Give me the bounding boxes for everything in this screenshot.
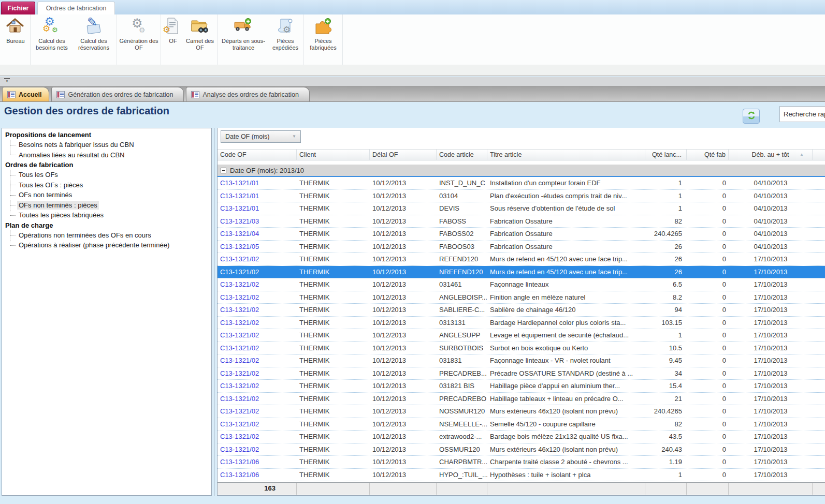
sidebar-item-operations-a-realiser-phase-precedente-terminee[interactable]: Opérations à réaliser (phase précédente … xyxy=(2,240,211,250)
of-link[interactable]: C13-1321/02 xyxy=(220,293,259,301)
ribbon-button-pieces-expediees[interactable]: ⚙Pièces expédiées xyxy=(268,14,302,51)
column-header-client[interactable]: Client xyxy=(297,150,370,160)
of-link[interactable]: C13-1321/02 xyxy=(220,306,259,314)
table-row[interactable]: C13-1321/02THERMIK10/12/2013SURBOTBOISSu… xyxy=(218,342,825,355)
ribbon-button-departs-en-sous-traitance[interactable]: Départs en sous-traitance xyxy=(219,14,268,51)
of-link[interactable]: C13-1321/02 xyxy=(220,369,259,377)
row-filler xyxy=(813,443,825,456)
table-row[interactable]: C13-1321/01THERMIK10/12/2013INST_D_UN_CI… xyxy=(218,177,825,190)
collapse-group-icon[interactable] xyxy=(221,168,226,173)
of-link[interactable]: C13-1321/06 xyxy=(220,471,259,479)
of-link[interactable]: C13-1321/02 xyxy=(220,420,259,428)
of-link[interactable]: C13-1321/01 xyxy=(220,179,259,187)
table-row[interactable]: C13-1321/02THERMIK10/12/2013NREFEND120Mu… xyxy=(218,266,825,279)
table-row[interactable]: C13-1321/02THERMIK10/12/2013031831Façonn… xyxy=(218,354,825,367)
of-link[interactable]: C13-1321/06 xyxy=(220,458,259,466)
of-link[interactable]: C13-1321/02 xyxy=(220,446,259,453)
table-row[interactable]: C13-1321/03THERMIK10/12/2013FABOSSFabric… xyxy=(218,215,825,228)
sidebar-item-tous-les-ofs[interactable]: Tous les OFs xyxy=(2,170,211,180)
of-link[interactable]: C13-1321/02 xyxy=(220,331,259,339)
table-row[interactable]: C13-1321/01THERMIK10/12/201303104Plan d'… xyxy=(218,190,825,203)
table-row[interactable]: C13-1321/02THERMIK10/12/2013031821 BISHa… xyxy=(218,380,825,393)
group-by-field-button[interactable]: Date OF (mois) ▼ xyxy=(221,130,301,143)
ribbon-button-calcul-des-besoins-nets[interactable]: ⚙⚙⚙Calcul des besoins nets xyxy=(32,14,72,51)
table-row[interactable]: C13-1321/02THERMIK10/12/2013SABLIERE-C..… xyxy=(218,304,825,317)
panel-splitter[interactable] xyxy=(214,128,214,496)
of-code-cell: C13-1321/02 xyxy=(218,266,297,278)
ribbon-button-generation-des-of[interactable]: ⚙⚙Génération des OF xyxy=(118,14,160,51)
qty-made-cell: 0 xyxy=(687,241,729,253)
table-row[interactable]: C13-1321/02THERMIK10/12/20130313131Barda… xyxy=(218,317,825,330)
column-header-qte-fab[interactable]: Qté fab xyxy=(687,150,729,160)
tab-analyse-des-ordres-de-fabrication[interactable]: Analyse des ordres de fabrication xyxy=(186,87,310,101)
of-link[interactable]: C13-1321/02 xyxy=(220,407,259,415)
sidebar-item-ofs-non-termines-pieces[interactable]: OFs non terminés : pièces xyxy=(2,200,211,211)
table-row[interactable]: C13-1321/06THERMIK10/12/2013HYPO_:TUIL_.… xyxy=(218,469,825,482)
ribbon-button-bureau[interactable]: Bureau xyxy=(2,14,29,45)
sidebar-item-label: Toutes les pièces fabriquées xyxy=(17,211,105,219)
table-row[interactable]: C13-1321/05THERMIK10/12/2013FABOOS03Fabr… xyxy=(218,241,825,254)
of-link[interactable]: C13-1321/01 xyxy=(220,192,259,200)
of-link[interactable]: C13-1321/02 xyxy=(220,382,259,390)
column-header-deb-au-tot[interactable]: Déb. au + tôt▲ xyxy=(729,150,813,160)
refresh-button[interactable] xyxy=(743,109,760,124)
table-row[interactable]: C13-1321/02THERMIK10/12/2013NOSSMUR120Mu… xyxy=(218,405,825,418)
ribbon-button-calcul-des-reservations[interactable]: ✎Calcul des réservations xyxy=(72,14,115,51)
column-header-code-of[interactable]: Code OF xyxy=(218,150,297,160)
article-code-cell: FABOSS xyxy=(437,215,487,228)
column-header-delai-of[interactable]: Délai OF xyxy=(370,150,437,160)
ribbon-button-carnet-des-of[interactable]: Carnet des OF xyxy=(184,14,216,51)
of-link[interactable]: C13-1321/02 xyxy=(220,280,259,288)
of-link[interactable]: C13-1321/02 xyxy=(220,319,259,327)
table-row[interactable]: C13-1321/02THERMIK10/12/2013NSEMEELLE-..… xyxy=(218,418,825,431)
ribbon-tab-ordres-de-fabrication[interactable]: Ordres de fabrication xyxy=(37,2,115,15)
table-row[interactable]: C13-1321/02THERMIK10/12/2013ANGLESUPPLev… xyxy=(218,329,825,342)
table-row[interactable]: C13-1321/02THERMIK10/12/2013extrawood2-.… xyxy=(218,431,825,443)
article-code-cell: ANGLESUPP xyxy=(437,329,487,342)
of-link[interactable]: C13-1321/02 xyxy=(220,344,259,352)
ribbon-button-pieces-fabriquees[interactable]: Pièces fabriquées xyxy=(305,14,341,51)
table-row[interactable]: C13-1321/02THERMIK10/12/2013PRECADREB...… xyxy=(218,367,825,380)
qty-launched-cell: 82 xyxy=(645,215,687,228)
of-link[interactable]: C13-1321/03 xyxy=(220,217,259,225)
delai-cell: 10/12/2013 xyxy=(370,456,437,468)
of-link[interactable]: C13-1321/02 xyxy=(220,433,259,440)
table-row[interactable]: C13-1321/02THERMIK10/12/2013REFEND120Mur… xyxy=(218,253,825,266)
client-cell: THERMIK xyxy=(297,342,370,354)
sidebar-item-anomalies-liees-au-resultat-du-cbn[interactable]: Anomalies liées au résultat du CBN xyxy=(2,150,211,160)
table-row[interactable]: C13-1321/02THERMIK10/12/2013OSSMUR120Mur… xyxy=(218,443,825,456)
of-link[interactable]: C13-1321/02 xyxy=(220,395,259,403)
sidebar-item-besoins-nets-a-fabriquer-issus-du-cbn[interactable]: Besoins nets à fabriquer issus du CBN xyxy=(2,140,211,150)
table-row[interactable]: C13-1321/02THERMIK10/12/2013031461Façonn… xyxy=(218,278,825,291)
of-code-cell: C13-1321/01 xyxy=(218,202,297,215)
quick-search-input[interactable] xyxy=(779,106,825,122)
table-row[interactable]: C13-1321/04THERMIK10/12/2013FABOSS02Fabr… xyxy=(218,228,825,241)
article-code-cell: SABLIERE-C... xyxy=(437,304,487,316)
of-link[interactable]: C13-1321/04 xyxy=(220,230,259,238)
of-link[interactable]: C13-1321/02 xyxy=(220,268,259,276)
toolbar-overflow-chevron[interactable]: ▼ xyxy=(4,78,10,83)
qty-made-cell: 0 xyxy=(687,291,729,304)
table-row[interactable]: C13-1321/06THERMIK10/12/2013CHARPBMTR...… xyxy=(218,456,825,469)
sidebar-item-operations-non-terminees-des-ofs-en-cours[interactable]: Opérations non terminées des OFs en cour… xyxy=(2,230,211,241)
tab-accueil[interactable]: Accueil xyxy=(2,87,49,101)
table-row[interactable]: C13-1321/01THERMIK10/12/2013DEVISSous ré… xyxy=(218,202,825,215)
ribbon-button-of[interactable]: ⚙OF xyxy=(162,14,184,45)
client-cell: THERMIK xyxy=(297,278,370,291)
sidebar-item-toutes-les-pieces-fabriquees[interactable]: Toutes les pièces fabriquées xyxy=(2,210,211,220)
table-row[interactable]: C13-1321/02THERMIK10/12/2013ANGLEBOISP..… xyxy=(218,291,825,304)
column-header-qte-lanc[interactable]: Qté lanc... xyxy=(645,150,687,160)
tab-generation-des-ordres-de-fabrication[interactable]: Génération des ordres de fabrication xyxy=(51,87,184,101)
column-header-code-article[interactable]: Code article xyxy=(437,150,487,160)
table-row[interactable]: C13-1321/02THERMIK10/12/2013PRECADREBOHa… xyxy=(218,393,825,406)
of-link[interactable]: C13-1321/02 xyxy=(220,357,259,364)
of-link[interactable]: C13-1321/02 xyxy=(220,255,259,263)
of-link[interactable]: C13-1321/01 xyxy=(220,204,259,212)
file-tab[interactable]: Fichier xyxy=(1,2,35,14)
sidebar-item-tous-les-ofs-pieces[interactable]: Tous les OFs : pièces xyxy=(2,180,211,190)
column-header-titre-article[interactable]: Titre article xyxy=(487,150,645,160)
of-link[interactable]: C13-1321/05 xyxy=(220,243,259,250)
sidebar-item-ofs-non-termines[interactable]: OFs non terminés xyxy=(2,190,211,200)
article-code-cell: 031461 xyxy=(437,278,487,291)
client-cell: THERMIK xyxy=(297,380,370,392)
